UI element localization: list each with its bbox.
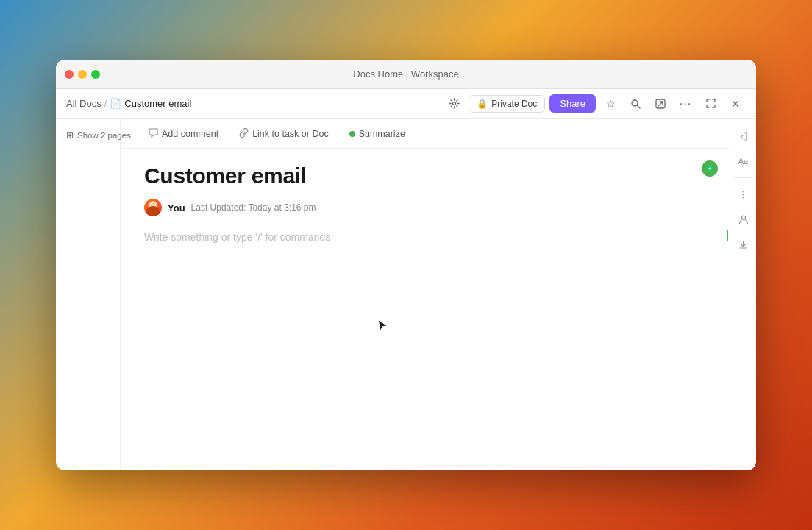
ai-icon — [705, 164, 714, 173]
more-button[interactable]: ··· — [675, 93, 696, 114]
link-to-task-button[interactable]: Link to task or Doc — [235, 126, 333, 142]
link-icon — [239, 128, 249, 140]
search-button[interactable] — [625, 93, 646, 114]
add-comment-button[interactable]: Add comment — [144, 126, 223, 142]
svg-point-0 — [452, 102, 455, 105]
author-name: You — [168, 202, 185, 213]
editor-input[interactable]: Write something or type '/' for commands — [144, 231, 706, 290]
members-button[interactable] — [733, 209, 754, 230]
more-right-button[interactable] — [733, 184, 754, 205]
editor-content[interactable]: Customer email You Last Updated: Today a… — [121, 149, 730, 470]
show-pages-button[interactable]: ⊞ Show 2 pages — [63, 127, 113, 144]
lock-icon: 🔒 — [477, 99, 488, 109]
text-cursor — [727, 230, 728, 241]
navbar: All Docs / 📄 Customer email 🔒 Private Do… — [56, 89, 756, 119]
left-sidebar: ⊞ Show 2 pages — [56, 119, 121, 470]
private-doc-button[interactable]: 🔒 Private Doc — [469, 95, 545, 113]
close-icon: ✕ — [731, 98, 740, 110]
editor-area: Add comment Link to task or Doc Summariz… — [121, 119, 730, 470]
window-title: Docs Home | Workspace — [353, 68, 458, 80]
members-icon — [738, 214, 749, 225]
svg-line-2 — [637, 105, 640, 108]
fullscreen-icon — [706, 99, 716, 108]
separator-1 — [733, 177, 754, 178]
editor-toolbar: Add comment Link to task or Doc Summariz… — [121, 119, 730, 149]
right-more-icon — [738, 190, 748, 199]
export-icon — [655, 99, 666, 109]
search-icon — [630, 99, 641, 109]
download-icon — [738, 240, 748, 250]
font-icon: Aa — [738, 157, 748, 166]
close-panel-button[interactable]: ✕ — [725, 93, 746, 114]
ai-indicator[interactable] — [702, 160, 718, 177]
share-button[interactable]: Share — [549, 94, 596, 113]
settings-icon — [449, 98, 460, 109]
summarize-dot — [349, 131, 355, 137]
navbar-right: 🔒 Private Doc Share ☆ ··· — [444, 93, 746, 114]
minimize-button[interactable] — [78, 70, 87, 79]
download-button[interactable] — [733, 234, 754, 255]
font-button[interactable]: Aa — [733, 151, 754, 172]
document-title: Customer email — [144, 163, 706, 188]
document-meta: You Last Updated: Today at 3:16 pm — [144, 199, 706, 216]
main-layout: ⊞ Show 2 pages Add comment — [56, 119, 756, 470]
fullscreen-button[interactable] — [700, 93, 721, 114]
summarize-button[interactable]: Summarize — [345, 127, 410, 141]
svg-point-7 — [743, 197, 744, 198]
close-button[interactable] — [65, 70, 74, 79]
last-updated: Last Updated: Today at 3:16 pm — [191, 202, 316, 213]
right-sidebar: Aa — [730, 119, 756, 470]
doc-icon: 📄 — [110, 98, 121, 109]
pages-icon: ⊞ — [66, 130, 74, 141]
nav-settings-button[interactable] — [444, 93, 464, 114]
breadcrumb-all-docs[interactable]: All Docs — [66, 98, 102, 109]
svg-point-6 — [743, 194, 744, 195]
avatar — [144, 199, 162, 216]
star-button[interactable]: ☆ — [600, 93, 621, 114]
mouse-cursor — [377, 318, 390, 337]
collapse-right-button[interactable] — [733, 126, 754, 146]
titlebar: Docs Home | Workspace — [56, 60, 756, 89]
breadcrumb-current: 📄 Customer email — [110, 98, 191, 109]
breadcrumb: All Docs / 📄 Customer email — [66, 98, 438, 109]
more-icon: ··· — [680, 97, 691, 110]
svg-point-5 — [743, 191, 744, 192]
export-button[interactable] — [650, 93, 671, 114]
avatar-body — [146, 206, 160, 216]
traffic-lights — [65, 70, 100, 79]
breadcrumb-separator: / — [104, 98, 107, 109]
comment-icon — [149, 128, 158, 140]
app-window: Docs Home | Workspace All Docs / 📄 Custo… — [56, 60, 756, 470]
maximize-button[interactable] — [91, 70, 100, 79]
svg-point-8 — [741, 216, 745, 219]
collapse-icon — [738, 132, 748, 141]
star-icon: ☆ — [606, 98, 616, 110]
